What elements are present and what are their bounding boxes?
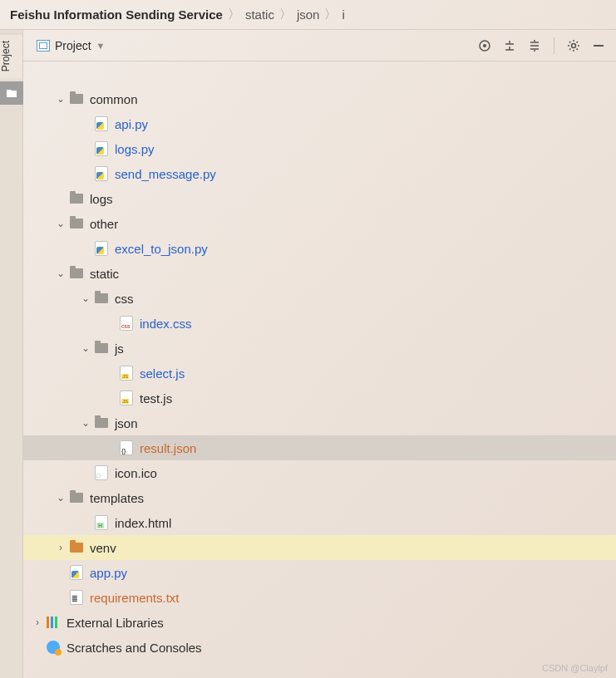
expand-all-icon[interactable] — [500, 37, 519, 55]
breadcrumb-json[interactable]: json — [297, 7, 320, 22]
tree-label: app.py — [90, 566, 127, 580]
folder-icon — [68, 215, 85, 232]
tree-label: icon.ico — [115, 466, 157, 480]
folder-icon — [93, 415, 110, 431]
html-file-icon — [93, 514, 110, 531]
folder-icon — [68, 190, 85, 207]
folder-icon — [68, 489, 85, 506]
scratches-icon — [45, 639, 62, 656]
tree-label: other — [90, 217, 118, 231]
js-file-icon — [118, 365, 135, 381]
json-file-icon — [118, 440, 135, 456]
folder-icon — [68, 265, 85, 282]
tree-label: logs — [90, 192, 113, 206]
project-label: Project — [55, 39, 91, 52]
file-api-py[interactable]: api.py — [23, 111, 616, 136]
folder-icon — [68, 91, 85, 107]
folder-css[interactable]: ⌄ css — [23, 286, 616, 311]
python-file-icon — [93, 140, 110, 157]
tree-label: common — [90, 92, 138, 106]
folder-icon — [93, 340, 110, 356]
tree-label: api.py — [115, 117, 148, 131]
text-file-icon — [68, 589, 85, 606]
tree-label: index.html — [115, 516, 171, 530]
chevron-right-icon: 〉 — [279, 7, 292, 22]
project-view-selector[interactable]: Project ▼ — [32, 36, 110, 56]
python-file-icon — [93, 115, 110, 132]
chevron-down-icon: ▼ — [96, 41, 106, 51]
chevron-right-icon: › — [53, 542, 68, 553]
breadcrumb-static[interactable]: static — [245, 7, 274, 22]
project-tree[interactable]: ⌄ common api.py logs.py send_message.py — [23, 61, 616, 678]
file-logs-py[interactable]: logs.py — [23, 136, 616, 161]
file-index-html[interactable]: index.html — [23, 510, 616, 535]
tree-label: send_message.py — [115, 167, 216, 181]
folder-static[interactable]: ⌄ static — [23, 261, 616, 286]
chevron-down-icon: ⌄ — [53, 492, 68, 504]
gear-icon[interactable] — [564, 37, 583, 55]
scratches-and-consoles[interactable]: Scratches and Consoles — [23, 635, 616, 660]
tree-label: json — [115, 416, 138, 430]
tree-label: excel_to_json.py — [115, 242, 208, 256]
css-file-icon — [118, 315, 135, 332]
toolbar-divider — [554, 37, 554, 54]
tree-label: css — [115, 292, 134, 306]
folder-common[interactable]: ⌄ common — [23, 86, 616, 111]
bookmarks-tab[interactable] — [0, 81, 23, 105]
ico-file-icon — [93, 464, 110, 481]
folder-json[interactable]: ⌄ json — [23, 410, 616, 435]
left-gutter: Project — [0, 30, 23, 678]
project-tool-tab[interactable]: Project — [0, 33, 22, 78]
folder-venv[interactable]: › venv — [23, 535, 616, 560]
file-index-css[interactable]: index.css — [23, 311, 616, 336]
tree-label: static — [90, 267, 119, 281]
chevron-down-icon: ⌄ — [53, 268, 68, 279]
file-excel-to-json-py[interactable]: excel_to_json.py — [23, 236, 616, 261]
tree-label: Scratches and Consoles — [67, 641, 202, 655]
tree-label: result.json — [140, 441, 196, 455]
chevron-down-icon: ⌄ — [53, 218, 68, 229]
chevron-right-icon: 〉 — [228, 7, 240, 22]
folder-icon — [93, 290, 110, 307]
tree-label: test.js — [140, 391, 172, 405]
chevron-right-icon: 〉 — [324, 7, 337, 22]
python-file-icon — [68, 564, 85, 581]
folder-icon — [68, 539, 85, 556]
folder-templates[interactable]: ⌄ templates — [23, 485, 616, 510]
file-send-message-py[interactable]: send_message.py — [23, 161, 616, 186]
folder-js[interactable]: ⌄ js — [23, 336, 616, 361]
svg-point-1 — [483, 44, 486, 47]
file-app-py[interactable]: app.py — [23, 560, 616, 585]
select-opened-file-icon[interactable] — [476, 37, 494, 55]
python-file-icon — [93, 165, 110, 182]
svg-point-2 — [572, 43, 576, 47]
file-result-json[interactable]: result.json — [23, 435, 616, 460]
project-toolbar: Project ▼ — [23, 30, 616, 61]
chevron-down-icon: ⌄ — [53, 93, 68, 105]
project-icon — [37, 40, 50, 52]
folder-other[interactable]: ⌄ other — [23, 211, 616, 236]
collapse-all-icon[interactable] — [525, 37, 544, 55]
js-file-icon — [118, 390, 135, 406]
chevron-down-icon: ⌄ — [78, 342, 93, 354]
breadcrumb: Feishu Information Sending Service 〉 sta… — [0, 0, 616, 30]
file-requirements-txt[interactable]: requirements.txt — [23, 585, 616, 610]
breadcrumb-file[interactable]: i — [342, 7, 344, 22]
tree-label: index.css — [140, 317, 192, 331]
folder-logs[interactable]: logs — [23, 186, 616, 211]
python-file-icon — [93, 240, 110, 257]
tree-label: select.js — [140, 366, 185, 381]
watermark: CSDN @Claylpf — [542, 663, 608, 673]
breadcrumb-root[interactable]: Feishu Information Sending Service — [10, 7, 223, 22]
chevron-down-icon: ⌄ — [78, 417, 93, 429]
tree-label: logs.py — [115, 142, 155, 156]
tree-label: External Libraries — [67, 616, 164, 630]
external-libraries[interactable]: › External Libraries — [23, 610, 616, 635]
file-select-js[interactable]: select.js — [23, 361, 616, 386]
file-icon-ico[interactable]: icon.ico — [23, 460, 616, 485]
hide-icon[interactable] — [589, 37, 608, 55]
tree-label: requirements.txt — [90, 591, 180, 605]
tree-label: templates — [90, 491, 144, 505]
chevron-down-icon: ⌄ — [78, 292, 93, 304]
file-test-js[interactable]: test.js — [23, 386, 616, 410]
